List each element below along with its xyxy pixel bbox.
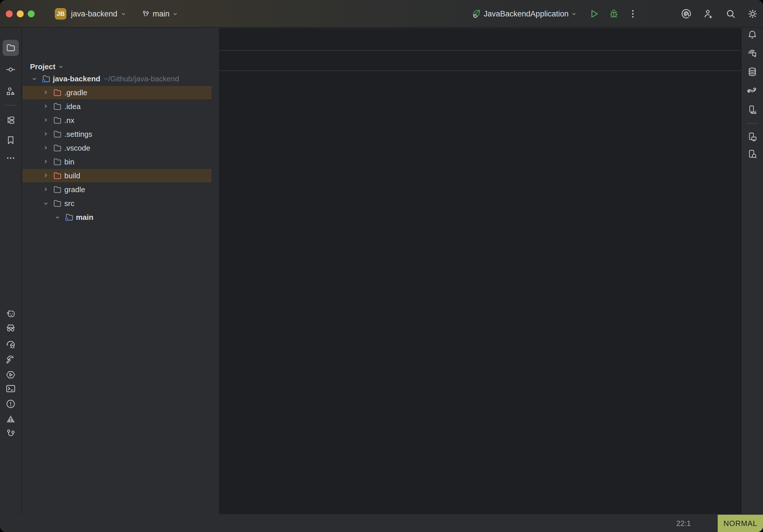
tree-item--nx[interactable]: .nx bbox=[23, 113, 218, 127]
ai-assistant-tool-icon[interactable] bbox=[744, 45, 760, 61]
tree-chevron[interactable] bbox=[43, 200, 49, 207]
git-tool-icon[interactable] bbox=[3, 426, 19, 442]
project-selector[interactable]: java-backend bbox=[71, 0, 127, 28]
right-tool-stripe bbox=[741, 28, 763, 514]
tree-item-label: gradle bbox=[64, 185, 85, 194]
structure-tool-icon[interactable] bbox=[3, 83, 19, 99]
bookmarks-tool-icon[interactable] bbox=[3, 132, 19, 148]
tree-item-label: src bbox=[64, 199, 74, 208]
debug-icon[interactable] bbox=[609, 0, 618, 28]
folder-orange-icon bbox=[53, 171, 62, 180]
project-panel-header[interactable]: Project bbox=[30, 60, 64, 73]
tree-chevron[interactable] bbox=[31, 75, 38, 82]
run-configuration[interactable]: JavaBackendApplication bbox=[472, 0, 577, 28]
database-tool-icon[interactable] bbox=[744, 64, 760, 80]
tree-item-label: build bbox=[64, 171, 80, 180]
build-tool-icon[interactable] bbox=[3, 352, 19, 368]
tree-chevron[interactable] bbox=[43, 145, 49, 151]
tree-chevron[interactable] bbox=[43, 117, 49, 124]
folder-icon bbox=[53, 130, 62, 139]
notifications-icon[interactable] bbox=[744, 27, 760, 43]
tree-item-path: ~/Github/java-backend bbox=[104, 74, 179, 83]
problems-tool-icon[interactable] bbox=[3, 396, 19, 412]
tree-item-label: .settings bbox=[64, 130, 92, 139]
module-folder-icon bbox=[65, 213, 73, 222]
folder-icon bbox=[53, 144, 62, 152]
folder-icon bbox=[53, 185, 62, 194]
stripe-divider bbox=[5, 105, 16, 106]
tree-item-java-backend[interactable]: java-backend~/Github/java-backend bbox=[23, 72, 218, 86]
project-tool-icon[interactable] bbox=[3, 40, 19, 56]
folder-icon bbox=[53, 199, 62, 208]
ideavim-icon[interactable] bbox=[703, 519, 711, 528]
caret-position[interactable]: 22:1 bbox=[676, 515, 691, 532]
module-folder-icon bbox=[42, 74, 50, 83]
tree-item--idea[interactable]: .idea bbox=[23, 100, 218, 113]
search-icon[interactable] bbox=[726, 0, 736, 28]
tree-chevron[interactable] bbox=[43, 103, 49, 110]
terminal-tool-icon[interactable] bbox=[3, 380, 19, 397]
tree-item-main[interactable]: main bbox=[23, 210, 218, 224]
folder-orange-icon bbox=[53, 88, 62, 97]
tree-item-label: main bbox=[76, 213, 93, 222]
folder-icon bbox=[53, 102, 62, 111]
folder-icon bbox=[53, 116, 62, 125]
editor-area bbox=[219, 28, 741, 514]
device-manager-icon[interactable] bbox=[744, 102, 760, 118]
titlebar: JBjava-backendmainJavaBackendApplication bbox=[0, 0, 763, 28]
mouse-cursor bbox=[609, 385, 621, 398]
ide-window: JBjava-backendmainJavaBackendApplication… bbox=[0, 0, 763, 532]
status-bar: 22:1 NORMAL bbox=[0, 515, 763, 532]
tree-chevron[interactable] bbox=[54, 214, 60, 220]
folder-icon bbox=[53, 158, 62, 166]
tree-item--settings[interactable]: .settings bbox=[23, 127, 218, 141]
more-icon[interactable] bbox=[628, 0, 637, 28]
run-icon[interactable] bbox=[590, 0, 599, 28]
spring-boot-icon bbox=[472, 10, 481, 18]
tree-item-label: .nx bbox=[64, 116, 74, 125]
tree-chevron[interactable] bbox=[43, 172, 49, 179]
tree-item-build[interactable]: build bbox=[23, 169, 218, 183]
running-devices-icon[interactable] bbox=[744, 129, 760, 145]
sticky-line bbox=[219, 52, 741, 71]
more-tools-icon[interactable] bbox=[3, 150, 19, 166]
minimize-button[interactable] bbox=[17, 10, 24, 17]
tree-item-label: bin bbox=[64, 158, 74, 166]
profiler-tool-icon[interactable] bbox=[3, 336, 19, 352]
tree-chevron[interactable] bbox=[43, 89, 49, 96]
code-area[interactable] bbox=[219, 71, 741, 514]
hierarchy-tool-icon[interactable] bbox=[3, 112, 19, 128]
dependencies-tool-icon[interactable] bbox=[3, 320, 19, 336]
zoom-button[interactable] bbox=[28, 10, 35, 17]
tree-item-bin[interactable]: bin bbox=[23, 155, 218, 169]
tree-item-gradle[interactable]: gradle bbox=[23, 183, 218, 196]
stripe-divider bbox=[747, 123, 758, 124]
gradle-tool-icon[interactable] bbox=[744, 82, 760, 99]
vim-mode-badge: NORMAL bbox=[718, 515, 763, 532]
tree-item-label: .gradle bbox=[64, 88, 87, 97]
project-panel: Project java-backend~/Github/java-backen… bbox=[23, 28, 218, 514]
tree-item-label: java-backend bbox=[53, 74, 100, 83]
tree-item--gradle[interactable]: .gradle bbox=[23, 86, 218, 100]
warnings-tool-icon[interactable] bbox=[3, 411, 19, 427]
tree-item-src[interactable]: src bbox=[23, 196, 218, 210]
code-with-me-icon[interactable] bbox=[704, 0, 713, 28]
branch-selector[interactable]: main bbox=[142, 0, 178, 28]
device-explorer-icon[interactable] bbox=[744, 146, 760, 162]
tree-chevron[interactable] bbox=[43, 159, 49, 165]
editor-tabbar bbox=[219, 28, 741, 51]
close-button[interactable] bbox=[6, 10, 13, 17]
settings-icon[interactable] bbox=[748, 0, 758, 28]
commit-tool-icon[interactable] bbox=[3, 61, 19, 78]
tree-chevron[interactable] bbox=[43, 131, 49, 137]
tree-item-label: .idea bbox=[64, 102, 80, 111]
tree-chevron[interactable] bbox=[43, 186, 49, 193]
project-avatar[interactable]: JB bbox=[55, 8, 66, 20]
tree-item--vscode[interactable]: .vscode bbox=[23, 141, 218, 155]
left-tool-stripe bbox=[0, 28, 22, 514]
tree-item-label: .vscode bbox=[64, 144, 90, 153]
ai-assistant-icon[interactable] bbox=[681, 0, 691, 28]
